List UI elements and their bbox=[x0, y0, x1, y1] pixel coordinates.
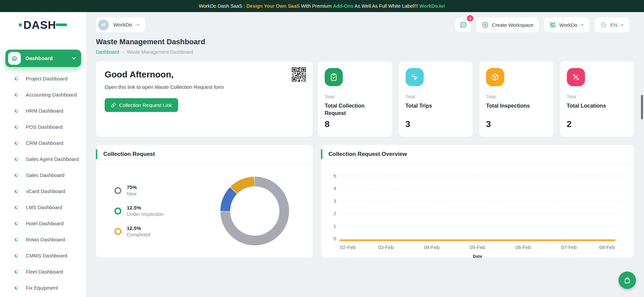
grid-add-icon bbox=[549, 21, 556, 28]
app-logo[interactable]: DASH bbox=[0, 12, 86, 38]
legend-label: Under Inspection bbox=[127, 212, 164, 217]
line-chart: 54321002-Feb03-Feb04-Feb05-Feb06-Feb07-F… bbox=[328, 171, 627, 254]
workspace-avatar bbox=[98, 19, 109, 31]
sidebar-item-label: Accounting Dashboard bbox=[26, 92, 77, 98]
sidebar-item-hotel-dashboard[interactable]: Hotel Dashboard bbox=[5, 215, 81, 231]
sidebar-item-project-dashboard[interactable]: Project Dashboard bbox=[5, 70, 81, 86]
breadcrumb: Dashboard › Waste Management Dashboard bbox=[96, 49, 634, 55]
sidebar-item-label: Dashboard bbox=[25, 55, 72, 61]
breadcrumb-separator: › bbox=[122, 50, 124, 54]
banner-addons-link[interactable]: Add-Ons bbox=[333, 3, 354, 9]
language-selector[interactable]: EN bbox=[595, 17, 629, 32]
messages-button[interactable]: 0 bbox=[455, 17, 471, 32]
svg-text:02-Feb: 02-Feb bbox=[340, 245, 356, 250]
stat-value: 2 bbox=[567, 119, 628, 130]
ring-icon bbox=[15, 109, 18, 113]
svg-text:3: 3 bbox=[333, 198, 336, 204]
sidebar-item-label: Fleet Dashboard bbox=[26, 269, 63, 275]
ring-icon bbox=[15, 157, 18, 161]
sidebar-item-lms-dashboard[interactable]: LMS Dashboard bbox=[5, 199, 81, 215]
sidebar-item-hrm-dashboard[interactable]: HRM Dashboard bbox=[5, 103, 81, 119]
banner-text: With Premium bbox=[300, 3, 333, 9]
messages-badge: 0 bbox=[467, 15, 473, 21]
stat-label: Total Inspections bbox=[486, 102, 547, 110]
collection-request-card: Collection Request 75%New 12.5%Under Ins… bbox=[96, 145, 313, 258]
collection-request-link-button[interactable]: Collection Request Link bbox=[105, 98, 178, 112]
sidebar-item-label: CRM Dashboard bbox=[26, 140, 63, 146]
banner-text: As Well As Full White Label!!! bbox=[354, 3, 419, 9]
sidebar-item-label: LMS Dashboard bbox=[26, 204, 62, 210]
donut-chart bbox=[220, 177, 289, 245]
stat-value: 8 bbox=[325, 119, 385, 130]
sidebar-item-fix-equipment[interactable]: Fix Equipment bbox=[5, 280, 81, 296]
legend-percent: 12.5% bbox=[127, 205, 164, 211]
greeting-subtitle: Open this link to open Waste Collection … bbox=[105, 84, 304, 90]
legend-item-under-inspection: 12.5%Under Inspection bbox=[114, 205, 164, 217]
chevron-down-icon bbox=[620, 24, 624, 26]
svg-text:05-Feb: 05-Feb bbox=[470, 245, 485, 250]
chevron-down-icon bbox=[580, 24, 584, 26]
sidebar-item-label: Fix Equipment bbox=[26, 285, 58, 291]
sidebar-item-crm-dashboard[interactable]: CRM Dashboard bbox=[5, 135, 81, 151]
link-icon bbox=[111, 103, 116, 108]
banner-highlight[interactable]: Design Your Own SaaS bbox=[246, 3, 300, 9]
sidebar-item-sales-dashboard[interactable]: Sales Dashboard bbox=[5, 167, 81, 183]
ring-icon bbox=[15, 205, 18, 209]
svg-text:0: 0 bbox=[333, 236, 336, 241]
sidebar-item-cmms-dashboard[interactable]: CMMS Dashboard bbox=[5, 247, 81, 263]
sidebar-item-sales-agent-dashboard[interactable]: Sales Agent Dashboard bbox=[5, 151, 81, 167]
svg-text:07-Feb: 07-Feb bbox=[561, 245, 577, 250]
ring-icon bbox=[15, 173, 18, 177]
sidebar-list: Project Dashboard Accounting Dashboard H… bbox=[5, 70, 81, 296]
stat-kicker: Total bbox=[325, 94, 385, 99]
sidebar-item-pos-dashboard[interactable]: POS Dashboard bbox=[5, 119, 81, 135]
stat-kicker: Total bbox=[486, 94, 547, 99]
home-icon bbox=[8, 52, 21, 65]
card-accent-bar bbox=[96, 149, 97, 159]
sidebar-item-label: vCard Dashboard bbox=[26, 188, 65, 194]
page-title: Waste Management Dashboard bbox=[96, 38, 634, 46]
ring-icon bbox=[15, 125, 18, 129]
sidebar-item-label: Sales Dashboard bbox=[26, 172, 64, 178]
sidebar-nav: Dashboard Project Dashboard Accounting D… bbox=[0, 38, 86, 296]
card-title: Collection Request Overview bbox=[328, 151, 407, 158]
sidebar-item-fleet-dashboard[interactable]: Fleet Dashboard bbox=[5, 263, 81, 280]
chevron-down-icon bbox=[136, 24, 140, 26]
workdo-menu-label: WorkDo bbox=[559, 22, 577, 28]
greeting-card: Good Afternoon, Open this link to open W… bbox=[96, 61, 313, 137]
ring-icon bbox=[15, 286, 18, 290]
logo-text: DASH bbox=[23, 19, 56, 31]
shop-fab-button[interactable] bbox=[619, 272, 636, 289]
legend-ring-icon bbox=[114, 187, 121, 194]
ring-icon bbox=[15, 238, 18, 241]
banner-workdo-link[interactable]: WorkDo.Io! bbox=[419, 3, 445, 9]
sidebar-item-rotas-dashboard[interactable]: Rotas Dashboard bbox=[5, 231, 81, 247]
greeting-title: Good Afternoon, bbox=[105, 69, 304, 80]
sidebar-item-vcard-dashboard[interactable]: vCard Dashboard bbox=[5, 183, 81, 199]
sidebar-item-label: POS Dashboard bbox=[26, 124, 62, 130]
stat-label: Total Collection Request bbox=[325, 102, 385, 117]
sidebar-item-label: Sales Agent Dashboard bbox=[26, 156, 79, 162]
ring-icon bbox=[15, 222, 18, 225]
ring-icon bbox=[15, 77, 18, 80]
cursor-click-icon bbox=[406, 68, 424, 86]
scrollbar-thumb[interactable] bbox=[641, 95, 643, 119]
breadcrumb-dashboard-link[interactable]: Dashboard bbox=[96, 49, 119, 55]
language-label: EN bbox=[610, 22, 617, 28]
sidebar-item-dashboard[interactable]: Dashboard bbox=[5, 50, 81, 67]
sidebar-item-label: CMMS Dashboard bbox=[26, 253, 67, 258]
create-workspace-button[interactable]: Create Workspace bbox=[476, 17, 539, 32]
cube-icon bbox=[486, 68, 504, 86]
stat-cards: Total Total Collection Request 8 Total T… bbox=[318, 61, 634, 137]
workspace-selector[interactable]: WorkDo bbox=[96, 17, 145, 32]
sidebar-item-label: HRM Dashboard bbox=[26, 108, 63, 114]
stat-value: 3 bbox=[406, 119, 466, 130]
legend-percent: 75% bbox=[127, 184, 137, 190]
svg-text:4: 4 bbox=[333, 186, 336, 191]
logo-dash bbox=[56, 23, 67, 26]
card-title: Collection Request bbox=[103, 151, 155, 158]
stat-card-total-inspections: Total Total Inspections 3 bbox=[479, 61, 553, 137]
sidebar-item-accounting-dashboard[interactable]: Accounting Dashboard bbox=[5, 86, 81, 103]
workdo-menu-button[interactable]: WorkDo bbox=[544, 17, 589, 32]
collection-request-overview-card: Collection Request Overview 54321002-Feb… bbox=[321, 145, 634, 258]
